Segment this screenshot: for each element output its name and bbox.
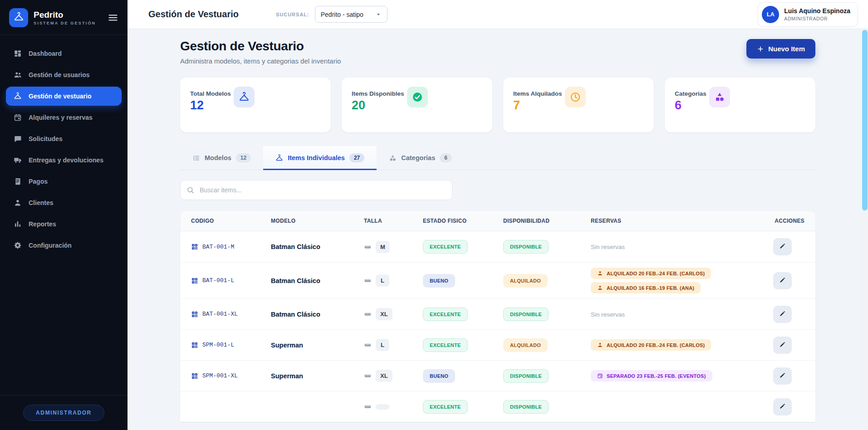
sidebar-item-alquileres-y-reservas[interactable]: Alquileres y reservas: [6, 108, 122, 127]
item-code: SPM-001-L: [202, 342, 234, 348]
ruler-icon: [364, 243, 372, 251]
sidebar-item-gestion-de-usuarios[interactable]: Gestión de usuarios: [6, 65, 122, 84]
qr-code-icon: [191, 342, 198, 349]
sidebar-item-gestion-de-vestuario[interactable]: Gestión de vestuario: [6, 87, 122, 106]
edit-item-button[interactable]: [773, 367, 792, 385]
table-row: BAT-001-LBatman ClásicoLBUENOALQUILADOAL…: [180, 262, 815, 298]
disponibilidad-cell: DISPONIBLE: [503, 400, 591, 414]
acciones-cell: [763, 398, 804, 415]
check-circle-icon: [407, 87, 428, 108]
modelo-cell: Superman: [271, 342, 364, 349]
ruler-icon: [364, 372, 372, 380]
acciones-cell: [763, 367, 804, 385]
reserva-text: ALQUILADO 20 FEB.-24 FEB. (CARLOS): [607, 271, 705, 276]
search-icon: [186, 186, 194, 194]
estado-badge: EXCELENTE: [423, 308, 468, 321]
sidebar-item-label: Gestión de vestuario: [29, 93, 91, 100]
stat-card-total-modelos: Total Modelos12: [180, 78, 331, 132]
edit-item-button[interactable]: [773, 398, 792, 415]
disponibilidad-badge: ALQUILADO: [503, 338, 548, 352]
main-area: Gestión de Vestuario SUCURSAL: Pedrito -…: [128, 0, 868, 430]
user-card[interactable]: LA Luis Aquino Espinoza ADMINISTRADOR: [758, 2, 858, 27]
person-icon: [597, 270, 603, 276]
reserva-pill: ALQUILADO 16 FEB.-19 FEB. (ANA): [591, 282, 701, 293]
estado-cell: EXCELENTE: [423, 308, 503, 321]
acciones-cell: [763, 238, 804, 255]
sidebar-item-pagos[interactable]: Pagos: [6, 172, 122, 191]
reserva-pill: ALQUILADO 20 FEB.-24 FEB. (CARLOS): [591, 268, 711, 279]
table-body: BAT-001-MBatman ClásicoMEXCELENTEDISPONI…: [180, 231, 815, 422]
column-header-modelo: MODELO: [271, 218, 364, 224]
reservas-cell: Sin reservas: [591, 243, 763, 251]
talla-cell: XL: [364, 308, 423, 320]
stats-row: Total Modelos12Items Disponibles20Items …: [180, 78, 815, 132]
person-icon: [597, 285, 603, 291]
sidebar-item-label: Configuración: [29, 242, 72, 249]
ruler-icon: [364, 310, 372, 318]
hanger-icon: [14, 92, 22, 100]
menu-icon[interactable]: [108, 12, 118, 23]
page-header-text: Gestion de Vestuario Administra modelos,…: [180, 39, 341, 65]
talla-cell: M: [364, 241, 423, 253]
receipt-icon: [14, 177, 22, 186]
tab-categorias[interactable]: Categorias6: [377, 146, 464, 170]
pencil-icon: [779, 310, 786, 318]
talla-cell: L: [364, 339, 423, 351]
reserva-pill: SEPARADO 23 FEB.-25 FEB. (EVENTOS): [591, 370, 712, 381]
sidebar-item-configuracion[interactable]: Configuración: [6, 236, 122, 255]
edit-item-button[interactable]: [773, 238, 792, 255]
reserva-text: SEPARADO 23 FEB.-25 FEB. (EVENTOS): [607, 373, 706, 379]
disponibilidad-badge: DISPONIBLE: [503, 240, 549, 254]
stat-label: Items Disponibles: [352, 87, 404, 97]
new-item-button[interactable]: Nuevo Item: [746, 39, 815, 59]
search-input[interactable]: [180, 180, 452, 200]
page-title: Gestion de Vestuario: [180, 39, 341, 54]
disponibilidad-cell: DISPONIBLE: [503, 369, 591, 383]
avatar: LA: [762, 6, 779, 23]
tab-items-individuales[interactable]: Items Individuales27: [263, 146, 377, 170]
reservas-list: SEPARADO 23 FEB.-25 FEB. (EVENTOS): [591, 370, 763, 381]
acciones-cell: [763, 337, 804, 354]
size-badge: XL: [376, 370, 392, 382]
table-row: SPM-001-XLSupermanXLBUENODISPONIBLESEPAR…: [180, 360, 815, 391]
talla-cell: XL: [364, 370, 423, 382]
no-reservas-text: Sin reservas: [591, 311, 625, 318]
sidebar-item-solicitudes[interactable]: Solicitudes: [6, 129, 122, 148]
item-code: BAT-001-L: [202, 277, 234, 284]
sidebar-nav: DashboardGestión de usuariosGestión de v…: [0, 35, 128, 259]
no-reservas-text: Sin reservas: [591, 244, 625, 250]
branch-select[interactable]: Pedrito - satipo: [315, 6, 387, 23]
reservas-cell: Sin reservas: [591, 310, 763, 318]
page-header: Gestion de Vestuario Administra modelos,…: [180, 39, 815, 65]
edit-item-button[interactable]: [773, 272, 792, 289]
tab-modelos[interactable]: Modelos12: [180, 146, 263, 170]
truck-icon: [14, 156, 22, 164]
qr-code-icon: [191, 277, 198, 284]
stat-card-items-disponibles: Items Disponibles20: [342, 78, 492, 132]
estado-cell: EXCELENTE: [423, 400, 503, 414]
new-item-button-label: Nuevo Item: [768, 45, 805, 53]
scrollbar-thumb[interactable]: [862, 30, 868, 210]
bar-chart-icon: [14, 220, 22, 228]
reservas-list: ALQUILADO 20 FEB.-24 FEB. (CARLOS)ALQUIL…: [591, 268, 763, 293]
estado-badge: EXCELENTE: [423, 240, 468, 254]
stat-label: Total Modelos: [190, 87, 231, 97]
stat-value: 7: [513, 98, 562, 112]
acciones-cell: [763, 272, 804, 289]
sidebar-item-dashboard[interactable]: Dashboard: [6, 44, 122, 63]
edit-item-button[interactable]: [773, 306, 792, 323]
stat-label: Items Alquilados: [513, 87, 562, 97]
sidebar-item-reportes[interactable]: Reportes: [6, 215, 122, 234]
sidebar-item-clientes[interactable]: Clientes: [6, 193, 122, 212]
disponibilidad-badge: DISPONIBLE: [503, 400, 549, 414]
modelo-cell: Batman Clásico: [271, 311, 364, 318]
size-badge: L: [376, 339, 389, 351]
hanger-icon: [234, 87, 255, 108]
person-icon: [14, 199, 22, 207]
sucursal-label: SUCURSAL:: [276, 12, 309, 17]
edit-item-button[interactable]: [773, 337, 792, 354]
sidebar-item-entregas-y-devoluciones[interactable]: Entregas y devoluciones: [6, 151, 122, 170]
pencil-icon: [779, 341, 786, 349]
scrollbar-track[interactable]: [862, 29, 868, 430]
reservas-cell: SEPARADO 23 FEB.-25 FEB. (EVENTOS): [591, 370, 763, 381]
